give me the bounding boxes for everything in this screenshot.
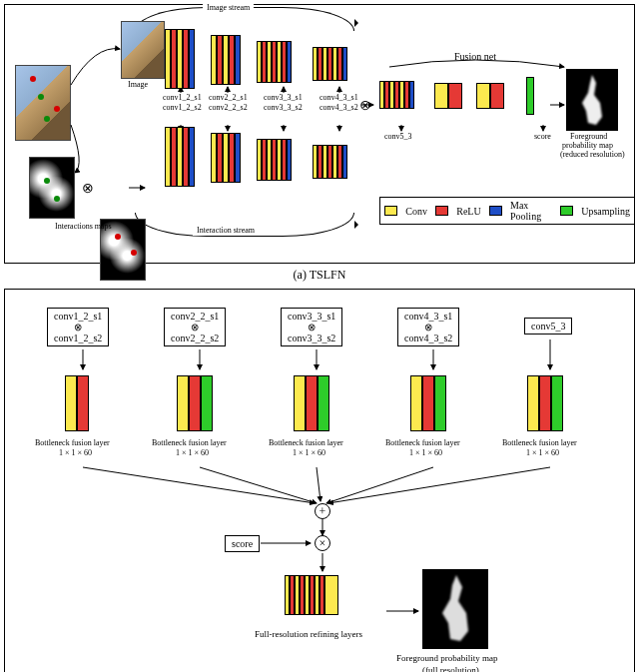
legend-maxpool-swatch bbox=[489, 206, 502, 216]
fusion-block3 bbox=[476, 83, 504, 109]
featbox-2-otimes: ⊗ bbox=[288, 322, 335, 333]
panel-msrn: conv1_2_s1 ⊗ conv1_2_s2 conv2_2_s1 ⊗ con… bbox=[4, 289, 635, 672]
featbox-0-otimes: ⊗ bbox=[54, 322, 102, 333]
panel-tslfn: Image stream Interaction stream bbox=[4, 4, 635, 264]
conv-label-bot-0: conv1_2_s2 bbox=[163, 104, 202, 113]
conv5_3-label-a: conv5_3 bbox=[384, 133, 412, 142]
featbox-2: conv3_3_s1 ⊗ conv3_3_s2 bbox=[281, 308, 342, 346]
img-stream-stage1 bbox=[165, 29, 195, 89]
featbox-4-label: conv5_3 bbox=[531, 321, 565, 332]
fusion-upsample bbox=[526, 77, 534, 115]
int-stream-stage2 bbox=[211, 133, 241, 183]
legend: Conv ReLU Max Pooling Upsampling bbox=[379, 197, 635, 225]
fpm-reduced bbox=[566, 69, 618, 131]
interaction-map-1 bbox=[29, 157, 75, 219]
panel-a-caption: (a) TSLFN bbox=[0, 268, 639, 283]
featbox-1-top: conv2_2_s1 bbox=[171, 311, 219, 322]
svg-line-19 bbox=[200, 467, 317, 503]
bfl-dim-0: 1 × 1 × 60 bbox=[59, 449, 92, 458]
bfl-label-3: Bottleneck fusion layer bbox=[385, 439, 460, 448]
featbox-3-bot: conv4_3_s2 bbox=[404, 333, 452, 343]
featbox-0-bot: conv1_2_s2 bbox=[54, 333, 102, 343]
oplus-icon: + bbox=[315, 503, 330, 519]
bfl-label-4: Bottleneck fusion layer bbox=[502, 439, 577, 448]
fusion-net-label: Fusion net bbox=[454, 51, 496, 62]
bfl-dim-1: 1 × 1 × 60 bbox=[176, 449, 209, 458]
frl-label: Full-resolution refining layers bbox=[255, 629, 362, 639]
img-stream-stage3 bbox=[257, 41, 292, 83]
fusion-conv5_3 bbox=[379, 81, 414, 109]
fpm-reduced-l3: (reduced resolution) bbox=[560, 151, 625, 160]
conv-label-top-3: conv4_3_s1 bbox=[320, 94, 358, 103]
featbox-0: conv1_2_s1 ⊗ conv1_2_s2 bbox=[47, 308, 109, 346]
int-stream-stage1 bbox=[165, 127, 195, 187]
legend-conv: Conv bbox=[405, 206, 427, 217]
bfl-dim-3: 1 × 1 × 60 bbox=[409, 449, 442, 458]
fusion-block2 bbox=[434, 83, 462, 109]
bfl-dim-2: 1 × 1 × 60 bbox=[293, 449, 325, 458]
conv-label-top-0: conv1_2_s1 bbox=[163, 94, 202, 103]
svg-line-20 bbox=[317, 467, 320, 501]
featbox-4: conv5_3 bbox=[524, 318, 572, 335]
score-label-b: score bbox=[232, 538, 253, 549]
legend-maxpool: Max Pooling bbox=[510, 200, 552, 222]
conv-label-top-2: conv3_3_s1 bbox=[264, 94, 303, 103]
svg-line-21 bbox=[326, 467, 433, 503]
svg-line-22 bbox=[328, 467, 550, 503]
conv-label-bot-2: conv3_3_s2 bbox=[264, 104, 303, 113]
svg-line-18 bbox=[83, 467, 315, 503]
otimes-merge-icon: × bbox=[315, 535, 330, 551]
fpm-full-l1: Foreground probability map bbox=[396, 653, 497, 663]
conv-label-bot-1: conv2_2_s2 bbox=[209, 104, 248, 113]
fpm-full bbox=[422, 569, 488, 649]
featbox-1-bot: conv2_2_s2 bbox=[171, 333, 219, 343]
img-stream-stage2 bbox=[211, 35, 241, 85]
bfl-1 bbox=[177, 375, 213, 431]
featbox-2-bot: conv3_3_s2 bbox=[288, 333, 335, 343]
img-stream-stage4 bbox=[313, 47, 347, 81]
image-input-top bbox=[121, 21, 165, 79]
image-label: Image bbox=[128, 81, 148, 90]
interactions-maps-label: Interactions maps bbox=[55, 223, 112, 232]
bfl-dim-4: 1 × 1 × 60 bbox=[526, 449, 559, 458]
featbox-0-top: conv1_2_s1 bbox=[54, 311, 102, 322]
score-box: score bbox=[225, 535, 260, 552]
bfl-label-2: Bottleneck fusion layer bbox=[269, 439, 343, 448]
conv-label-top-1: conv2_2_s1 bbox=[209, 94, 248, 103]
int-stream-stage3 bbox=[257, 139, 292, 181]
score-label-a: score bbox=[534, 133, 551, 142]
legend-conv-swatch bbox=[384, 206, 397, 216]
int-stream-stage4 bbox=[313, 145, 347, 179]
legend-upsample: Upsampling bbox=[581, 206, 630, 217]
bfl-2 bbox=[294, 375, 329, 431]
featbox-3-otimes: ⊗ bbox=[404, 322, 452, 333]
bfl-0 bbox=[65, 375, 89, 431]
bfl-3 bbox=[410, 375, 446, 431]
stream-merge-icon: ⊗ bbox=[359, 97, 371, 114]
featbox-1-otimes: ⊗ bbox=[171, 322, 219, 333]
bfl-label-1: Bottleneck fusion layer bbox=[152, 439, 227, 448]
legend-relu: ReLU bbox=[456, 206, 480, 217]
featbox-1: conv2_2_s1 ⊗ conv2_2_s2 bbox=[164, 308, 226, 346]
conv-label-bot-3: conv4_3_s2 bbox=[320, 104, 358, 113]
featbox-2-top: conv3_3_s1 bbox=[288, 311, 335, 322]
refining-layers bbox=[285, 575, 338, 615]
fpm-full-l2: (full resolution) bbox=[422, 665, 479, 672]
otimes-icon: ⊗ bbox=[82, 180, 94, 197]
featbox-3-top: conv4_3_s1 bbox=[404, 311, 452, 322]
featbox-3: conv4_3_s1 ⊗ conv4_3_s2 bbox=[397, 308, 459, 346]
bfl-label-0: Bottleneck fusion layer bbox=[35, 439, 110, 448]
bfl-4 bbox=[527, 375, 563, 431]
legend-upsample-swatch bbox=[560, 206, 573, 216]
legend-relu-swatch bbox=[435, 206, 448, 216]
